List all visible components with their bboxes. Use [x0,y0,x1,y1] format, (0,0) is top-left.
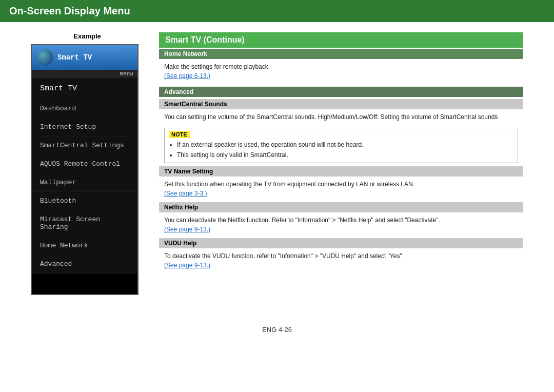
tv-name-bar: TV Name Setting [159,166,523,177]
tv-menu-header-text: Smart TV [57,53,92,62]
note-box: NOTE If an external speaker is used, the… [164,128,518,163]
netflix-bar: Netflix Help [159,202,523,212]
main-section-title: Smart TV (Continue) [159,32,523,48]
smartcentral-sounds-bar: SmartCentral Sounds [159,99,523,109]
home-network-text: Make the settings for remote playback. (… [159,61,523,84]
vudu-link[interactable]: (See page 9-13.) [164,262,210,269]
home-network-link[interactable]: (See page 6-13.) [164,72,210,80]
tv-menu: Smart TV Menu Smart TV Dashboard Interne… [31,44,138,295]
tv-menu-title-bar: Menu [32,70,137,78]
menu-item-smartcentral-settings[interactable]: SmartCentral Settings [32,136,137,155]
smartcentral-sounds-text: You can setting the volume of the SmartC… [159,111,523,125]
tv-menu-spacer [32,273,137,294]
example-label: Example [31,32,144,40]
page-title: On-Screen Display Menu [9,5,130,16]
tv-name-link[interactable]: (See page 3-3.) [164,190,207,197]
note-item-2: This setting is only valid in SmartCentr… [177,150,513,160]
smart-tv-icon [37,49,53,66]
menu-item-advanced[interactable]: Advanced [32,255,137,273]
menu-item-miracast[interactable]: Miracast Screen Sharing [32,210,137,237]
menu-item-home-network[interactable]: Home Network [32,237,137,255]
left-panel: Example Smart TV Menu Smart TV Dashboard… [31,32,144,295]
home-network-bar: Home Network [159,49,523,59]
advanced-bar: Advanced [159,87,523,97]
netflix-link[interactable]: (See page 9-13.) [164,226,210,233]
tv-menu-header: Smart TV [32,45,137,70]
menu-item-smart-tv[interactable]: Smart TV [32,78,137,100]
tv-name-text: Set this function when operating the TV … [159,179,523,201]
page-footer: ENG 4-26 [0,326,554,344]
main-content: Example Smart TV Menu Smart TV Dashboard… [0,22,554,305]
menu-item-aquos-remote[interactable]: AQUOS Remote Control [32,155,137,173]
right-panel: Smart TV (Continue) Home Network Make th… [159,32,523,273]
netflix-text: You can deactivate the Netflix function.… [159,214,523,237]
menu-item-internet-setup[interactable]: Internet Setup [32,118,137,136]
note-item-1: If an external speaker is used, the oper… [177,140,513,149]
footer-text: ENG 4-26 [262,326,292,334]
vudu-bar: VUDU Help [159,238,523,248]
note-label: NOTE [169,131,190,138]
page-header: On-Screen Display Menu [0,0,554,22]
menu-item-bluetooth[interactable]: Bluetooth [32,192,137,210]
note-text: If an external speaker is used, the oper… [169,140,513,160]
vudu-text: To deactivate the VUDU function, refer t… [159,250,523,273]
menu-item-wallpaper[interactable]: Wallpaper [32,173,137,192]
menu-item-dashboard[interactable]: Dashboard [32,100,137,118]
